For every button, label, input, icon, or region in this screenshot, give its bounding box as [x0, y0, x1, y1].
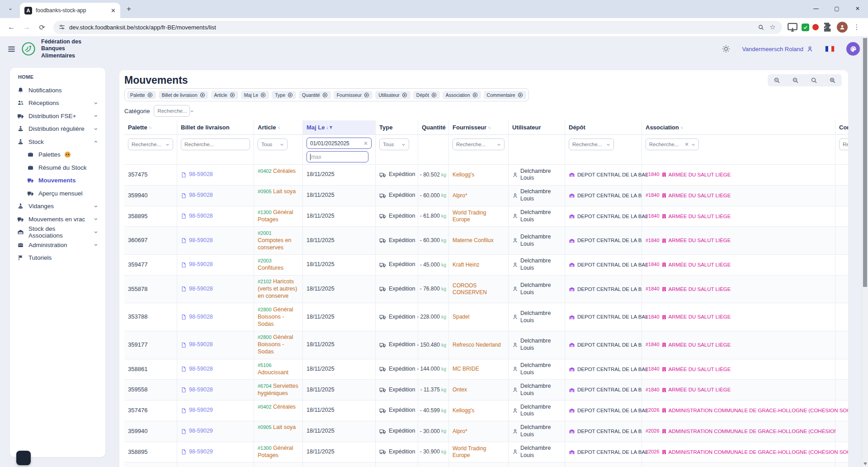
sidebar-item-stock-des-associations[interactable]: Stock des Associations: [17, 226, 101, 239]
cell-billet-link[interactable]: 98-59028: [177, 165, 254, 185]
tab-close-icon[interactable]: ✕: [111, 7, 116, 14]
column-header-palette[interactable]: Palette↑↓: [124, 120, 177, 135]
language-flag-fr[interactable]: [825, 46, 835, 52]
cell-billet-link[interactable]: 98-59029: [177, 421, 254, 442]
cell-billet-link[interactable]: 98-59028: [177, 276, 254, 303]
light-mode-sun-icon[interactable]: [722, 45, 730, 53]
remove-chip-icon[interactable]: [322, 92, 328, 98]
zoom-reset-icon[interactable]: [811, 77, 817, 84]
type-filter-select[interactable]: Tous: [379, 138, 409, 150]
palette-filter-select[interactable]: Recherche...: [128, 138, 173, 150]
commentaire-filter-input[interactable]: [839, 138, 848, 150]
column-header-fournisseur[interactable]: Fournisseur↑↓: [449, 120, 509, 135]
remove-chip-icon[interactable]: [260, 92, 266, 98]
remove-chip-icon[interactable]: [431, 92, 437, 98]
filter-chip-maj-le[interactable]: Maj Le: [241, 91, 269, 99]
sidebar-item-palettes[interactable]: Palettes: [27, 148, 101, 162]
cell-billet-link[interactable]: 98-59029: [177, 400, 254, 421]
clear-icon[interactable]: ✕: [363, 140, 368, 147]
column-header-maj-le[interactable]: Maj Le↓: [303, 120, 376, 135]
clear-icon[interactable]: ✕: [684, 141, 689, 148]
article-filter-select[interactable]: Tous: [258, 138, 288, 150]
window-maximize-button[interactable]: ▢: [826, 0, 847, 17]
tab-search-icon[interactable]: ⌄: [5, 5, 15, 13]
table-row[interactable]: 35378898-59028#2800 Général Boissons -So…: [124, 303, 848, 331]
forward-button[interactable]: →: [20, 20, 33, 34]
filter-chip-type[interactable]: Type: [272, 91, 296, 99]
sidebar-item-vidanges[interactable]: Vidanges: [17, 200, 101, 213]
depot-filter-select[interactable]: Recherche...: [569, 138, 614, 150]
page-scrollbar[interactable]: [862, 36, 868, 467]
filter-chip-association[interactable]: Association: [443, 91, 481, 99]
column-header-article[interactable]: Article↑↓: [254, 120, 303, 135]
category-select[interactable]: Recherche...: [154, 105, 190, 117]
maj-le-date-filter[interactable]: 01/01/20252025✕: [307, 138, 372, 149]
filter-chip-depot[interactable]: Dépôt: [413, 91, 440, 99]
table-row[interactable]: 35587898-59028#2102 Haricots (verts et a…: [124, 276, 848, 304]
fournisseur-filter-select[interactable]: Recherche...: [453, 138, 505, 150]
filter-chip-article[interactable]: Article: [211, 91, 238, 99]
remove-chip-icon[interactable]: [200, 92, 205, 98]
sidebar-item-mouvements-en-vrac[interactable]: Mouvements en vrac: [17, 213, 101, 226]
back-button[interactable]: ←: [5, 20, 18, 34]
cell-billet-link[interactable]: 98-59028: [177, 303, 254, 331]
column-header-depot[interactable]: Dépôt: [565, 120, 642, 135]
filter-chip-palette[interactable]: Palette: [127, 91, 156, 99]
sidebar-item-distribution-fse[interactable]: Distribution FSE+: [17, 110, 101, 123]
browser-profile-avatar[interactable]: [837, 22, 848, 33]
zoom-out-icon[interactable]: [774, 77, 780, 84]
cell-billet-link[interactable]: 98-59028: [177, 380, 254, 400]
cell-billet-link[interactable]: 98-59028: [177, 227, 254, 254]
cell-billet-link[interactable]: 98-59028: [177, 255, 254, 275]
search-icon[interactable]: [758, 24, 764, 31]
table-row[interactable]: 35955898-59028#6704 Serviettes hygiéniqu…: [124, 380, 848, 400]
bookmark-star-icon[interactable]: ☆: [769, 21, 777, 33]
cast-icon[interactable]: [787, 21, 798, 33]
sidebar-item-notifications[interactable]: Notifications: [17, 84, 101, 97]
remove-chip-icon[interactable]: [402, 92, 407, 98]
table-row[interactable]: 36069898-59029#2001 Compotes en conserve…: [124, 462, 848, 467]
sidebar-item-resume-du-stock[interactable]: Résumé du Stock: [27, 161, 101, 174]
filter-chip-billet-de-livraison[interactable]: Billet de livraison: [159, 91, 208, 99]
table-row[interactable]: 35747598-59028#0402 Céréales18/11/2025Ex…: [124, 165, 848, 186]
column-header-utilisateur[interactable]: Utilisateur: [509, 120, 565, 135]
site-settings-icon[interactable]: [59, 24, 65, 30]
user-menu[interactable]: Vandermeersch Roland: [742, 46, 813, 52]
remove-chip-icon[interactable]: [288, 92, 293, 98]
hamburger-menu-icon[interactable]: [7, 45, 16, 53]
filter-chip-commentaire[interactable]: Commentaire: [484, 91, 526, 99]
scrollbar-thumb[interactable]: [863, 38, 867, 287]
cell-billet-link[interactable]: 98-59028: [177, 206, 254, 227]
theme-palette-button[interactable]: [846, 42, 860, 56]
filter-chip-fournisseur[interactable]: Fournisseur: [334, 91, 373, 99]
table-row[interactable]: 35994098-59029#0905 Lait soya18/11/2025E…: [124, 421, 848, 442]
filter-chip-utilisateur[interactable]: Utilisateur: [375, 91, 410, 99]
zoom-in-icon[interactable]: [829, 77, 836, 84]
remove-chip-icon[interactable]: [230, 92, 235, 98]
association-filter-select[interactable]: Recherche...✕: [646, 138, 699, 150]
table-row[interactable]: 35947798-59028#2003 Confitures18/11/2025…: [124, 255, 848, 276]
table-row[interactable]: 36069798-59028#2001 Compotes en conserve…: [124, 227, 848, 255]
filter-chip-quantite[interactable]: Quantité: [299, 91, 331, 99]
table-row[interactable]: 35747698-59029#0402 Céréales18/11/2025Ex…: [124, 400, 848, 421]
remove-chip-icon[interactable]: [147, 92, 153, 98]
sidebar-item-mouvements[interactable]: Mouvements: [27, 174, 101, 187]
sidebar-item-stock[interactable]: Stock: [17, 135, 101, 148]
scrollbar-down-arrow[interactable]: [863, 462, 867, 465]
table-row[interactable]: 35886198-59028#5106 Adoucissant18/11/202…: [124, 359, 848, 380]
browser-tab[interactable]: A foodbanks-stock-app ✕: [20, 3, 120, 18]
table-row[interactable]: 35994098-59028#0905 Lait soya18/11/2025E…: [124, 186, 848, 206]
remove-chip-icon[interactable]: [472, 92, 478, 98]
sidebar-item-tutoriels[interactable]: Tutoriels: [17, 252, 101, 265]
remove-chip-icon[interactable]: [364, 92, 369, 98]
cell-billet-link[interactable]: 98-59028: [177, 359, 254, 380]
table-row[interactable]: 35889598-59028#1300 Général Potages18/11…: [124, 206, 848, 227]
column-header-quantite[interactable]: Quantité: [418, 120, 449, 135]
zoom-out-icon[interactable]: [792, 77, 799, 84]
billet-filter-input[interactable]: [181, 138, 250, 150]
maj-le-max-filter[interactable]: max: [307, 151, 368, 162]
table-row[interactable]: 35917798-59028#2800 Général Boissons -So…: [124, 331, 848, 359]
table-row[interactable]: 35889598-59029#1300 Général Potages18/11…: [124, 442, 848, 463]
cell-billet-link[interactable]: 98-59028: [177, 186, 254, 206]
column-header-type[interactable]: Type: [376, 120, 418, 135]
